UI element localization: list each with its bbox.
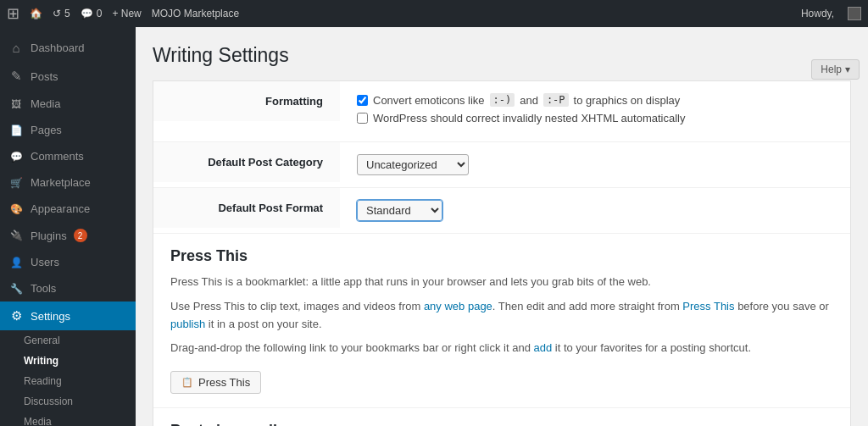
admin-bar-howdy: Howdy, [801, 8, 834, 19]
page-layout: ⌂ Dashboard ✎ Posts 🖼 Media 📄 Pages 💬 Co… [0, 27, 868, 426]
sidebar-item-comments[interactable]: 💬 Comments [0, 143, 136, 169]
sidebar-item-pages[interactable]: 📄 Pages [0, 117, 136, 143]
press-this-para3: Drag-and-drop the following link to your… [170, 340, 833, 357]
sidebar-item-label: Plugins [31, 230, 67, 242]
media-icon: 🖼 [8, 98, 24, 110]
sidebar-item-posts[interactable]: ✎ Posts [0, 62, 136, 91]
xhtml-checkbox-row: WordPress should correct invalidly neste… [357, 112, 833, 124]
updates-icon: ↺ [53, 8, 61, 19]
sidebar-item-label: Comments [31, 150, 84, 163]
press-this-link2[interactable]: Press This [682, 300, 734, 313]
formatting-label: Formatting [153, 81, 340, 121]
sidebar-item-media[interactable]: 🖼 Media [0, 91, 136, 117]
press-this-para2: Use Press This to clip text, images and … [170, 298, 833, 334]
post-format-content: StandardAsideImageVideoQuoteLink [340, 188, 850, 233]
sidebar-item-label: Dashboard [31, 41, 85, 54]
users-icon: 👤 [8, 257, 24, 268]
sidebar-item-label: Posts [31, 70, 58, 83]
sidebar-item-label: Media [31, 97, 60, 110]
post-category-content: Uncategorized [340, 142, 850, 187]
emoticons-label-mid: and [520, 94, 538, 107]
sidebar-item-users[interactable]: 👤 Users [0, 249, 136, 275]
press-this-heading: Press This [170, 247, 833, 265]
main-content: Help ▾ Writing Settings Formatting Conve… [136, 27, 868, 426]
press-this-section: Press This Press This is a bookmarklet: … [153, 233, 850, 407]
emoticons-checkbox[interactable] [357, 95, 368, 106]
page-title: Writing Settings [153, 44, 851, 67]
sidebar-item-label: Appearance [31, 202, 90, 215]
admin-bar: ⊞ 🏠 ↺ 5 💬 0 + New MOJO Marketplace Howdy… [0, 0, 868, 27]
formatting-row: Formatting Convert emoticons like :-) an… [153, 81, 850, 141]
admin-bar-marketplace[interactable]: MOJO Marketplace [152, 8, 239, 19]
sidebar-sub-item-discussion[interactable]: Discussion [0, 391, 136, 412]
plugins-icon: 🔌 [8, 230, 24, 241]
dashboard-icon: ⌂ [8, 41, 24, 55]
sidebar-sub-item-reading[interactable]: Reading [0, 371, 136, 391]
help-arrow-icon: ▾ [845, 64, 850, 75]
sidebar: ⌂ Dashboard ✎ Posts 🖼 Media 📄 Pages 💬 Co… [0, 27, 136, 426]
press-this-para2-mid: . Then edit and add more straight from [492, 300, 683, 313]
comments-nav-icon: 💬 [8, 151, 24, 163]
sidebar-item-label: Marketplace [31, 176, 91, 189]
sidebar-item-label: Pages [31, 124, 62, 136]
post-via-email-inner: Post via e-mail To post to WordPress by … [153, 408, 850, 426]
sidebar-sub-item-writing[interactable]: Writing [0, 351, 136, 371]
settings-icon: ⚙ [8, 308, 24, 324]
home-icon: 🏠 [30, 8, 42, 19]
post-format-select[interactable]: StandardAsideImageVideoQuoteLink [357, 200, 442, 221]
press-this-button[interactable]: 📋 Press This [170, 371, 261, 394]
press-this-link1[interactable]: any web page [424, 300, 492, 313]
press-this-link3[interactable]: publish [170, 318, 205, 330]
wp-logo-icon[interactable]: ⊞ [7, 4, 19, 23]
xhtml-label: WordPress should correct invalidly neste… [373, 112, 685, 124]
post-category-row: Default Post Category Uncategorized [153, 141, 850, 187]
admin-bar-new[interactable]: + New [112, 8, 141, 19]
comments-icon: 💬 [81, 8, 93, 19]
marketplace-icon: 🛒 [8, 177, 24, 189]
admin-bar-comments[interactable]: 💬 0 [81, 8, 103, 19]
pages-icon: 📄 [8, 124, 24, 136]
sidebar-item-dashboard[interactable]: ⌂ Dashboard [0, 34, 136, 62]
press-this-para3-pre: Drag-and-drop the following link to your… [170, 341, 533, 354]
formatting-content: Convert emoticons like :-) and :-P to gr… [340, 81, 850, 141]
press-this-link-add[interactable]: add [533, 341, 552, 354]
admin-bar-updates[interactable]: ↺ 5 [53, 8, 70, 19]
sidebar-sub-item-general[interactable]: General [0, 330, 136, 351]
sidebar-item-marketplace[interactable]: 🛒 Marketplace [0, 169, 136, 196]
sidebar-item-label: Settings [31, 310, 70, 323]
sidebar-sub-item-media[interactable]: Media [0, 412, 136, 426]
press-this-para2-pre: Use Press This to clip text, images and … [170, 300, 424, 313]
emoticons-label-end: to graphics on display [574, 94, 681, 107]
post-category-select[interactable]: Uncategorized [357, 154, 469, 175]
post-format-row: Default Post Format StandardAsideImageVi… [153, 187, 850, 233]
post-format-label: Default Post Format [153, 188, 340, 228]
emoticon2-code: :-P [543, 93, 569, 107]
sidebar-item-plugins[interactable]: 🔌 Plugins 2 [0, 222, 136, 249]
post-via-email-heading: Post via e-mail [170, 422, 833, 426]
press-this-btn-icon: 📋 [181, 377, 193, 388]
emoticons-label-pre: Convert emoticons like [373, 94, 485, 107]
press-this-btn-label: Press This [198, 376, 250, 389]
help-label: Help [821, 64, 842, 75]
help-button[interactable]: Help ▾ [811, 59, 860, 80]
press-this-para3-end: it to your favorites for a posting short… [552, 341, 751, 354]
tools-icon: 🔧 [8, 283, 24, 295]
admin-bar-home[interactable]: 🏠 [30, 8, 42, 19]
sidebar-item-label: Users [31, 256, 59, 268]
plugins-badge: 2 [74, 229, 87, 242]
sidebar-item-tools[interactable]: 🔧 Tools [0, 275, 136, 302]
sidebar-item-label: Tools [31, 282, 56, 295]
press-this-para2-end: before you save or [735, 300, 829, 313]
emoticons-checkbox-row: Convert emoticons like :-) and :-P to gr… [357, 93, 833, 107]
emoticon1-code: :-) [490, 93, 515, 107]
sidebar-item-appearance[interactable]: 🎨 Appearance [0, 196, 136, 222]
post-category-label: Default Post Category [153, 142, 340, 182]
press-this-para1: Press This is a bookmarklet: a little ap… [170, 274, 833, 291]
press-this-inner: Press This Press This is a bookmarklet: … [153, 234, 850, 407]
post-via-email-section: Post via e-mail To post to WordPress by … [153, 407, 850, 426]
settings-section: Formatting Convert emoticons like :-) an… [153, 80, 851, 426]
press-this-para2-final: it in a post on your site. [205, 318, 321, 330]
appearance-icon: 🎨 [8, 203, 24, 215]
sidebar-item-settings[interactable]: ⚙ Settings [0, 302, 136, 330]
xhtml-checkbox[interactable] [357, 113, 368, 124]
